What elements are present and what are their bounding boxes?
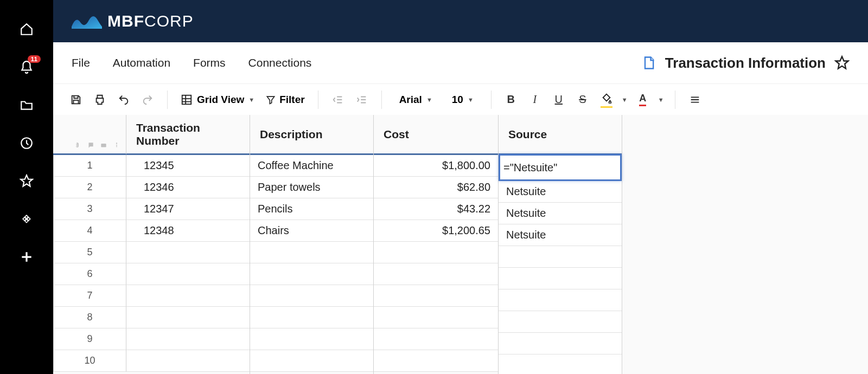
column-header[interactable]: Source bbox=[499, 115, 622, 155]
favorites-icon[interactable] bbox=[19, 173, 34, 189]
column-cost: Cost $1,800.00$62.80$43.22$1,200.65 bbox=[374, 115, 499, 374]
column-transaction-number: Transaction Number 12345123461234712348 bbox=[126, 115, 250, 374]
row-number[interactable]: 6 bbox=[53, 263, 126, 285]
recents-icon[interactable] bbox=[19, 136, 34, 151]
cell[interactable] bbox=[374, 350, 498, 372]
cell[interactable]: Chairs bbox=[250, 220, 373, 242]
cell[interactable] bbox=[126, 307, 250, 328]
menu-forms[interactable]: Forms bbox=[193, 56, 226, 69]
chevron-down-icon[interactable]: ▼ bbox=[620, 96, 630, 103]
chevron-down-icon[interactable]: ▼ bbox=[656, 96, 666, 103]
row-number[interactable]: 1 bbox=[53, 155, 126, 177]
redo-icon[interactable] bbox=[137, 89, 158, 111]
column-header[interactable]: Cost bbox=[374, 115, 498, 155]
fill-color-icon[interactable] bbox=[596, 89, 617, 111]
comment-icon[interactable] bbox=[87, 141, 94, 149]
cell[interactable] bbox=[250, 350, 373, 372]
filter-icon bbox=[265, 94, 276, 105]
italic-icon[interactable]: I bbox=[524, 89, 546, 111]
cell[interactable] bbox=[374, 242, 498, 263]
print-icon[interactable] bbox=[89, 89, 111, 111]
cell[interactable] bbox=[250, 307, 373, 328]
favorite-star-icon[interactable] bbox=[834, 55, 850, 70]
filter-button[interactable]: Filter bbox=[261, 94, 309, 106]
outdent-icon[interactable] bbox=[327, 89, 349, 111]
sheet-title[interactable]: Transaction Information bbox=[665, 55, 826, 72]
menu-connections[interactable]: Connections bbox=[248, 56, 312, 69]
more-icon[interactable] bbox=[684, 89, 706, 111]
folder-icon[interactable] bbox=[19, 98, 34, 113]
cell[interactable] bbox=[250, 263, 373, 285]
cell[interactable] bbox=[250, 285, 373, 307]
grid-icon bbox=[181, 94, 193, 106]
cell[interactable]: $43.22 bbox=[374, 198, 498, 220]
row-number[interactable]: 2 bbox=[53, 177, 126, 198]
cell[interactable]: 12345 bbox=[126, 155, 250, 177]
menu-file[interactable]: File bbox=[72, 56, 90, 69]
notification-badge: 11 bbox=[28, 55, 41, 63]
cell[interactable] bbox=[499, 354, 622, 374]
font-size-selector[interactable]: 10 ▼ bbox=[443, 94, 482, 106]
cell[interactable] bbox=[374, 285, 498, 307]
left-rail: 11 bbox=[0, 0, 53, 374]
font-family-selector[interactable]: Arial ▼ bbox=[391, 94, 441, 106]
column-header[interactable]: Description bbox=[250, 115, 373, 155]
filter-label: Filter bbox=[279, 94, 304, 106]
svg-rect-1 bbox=[182, 95, 192, 104]
cell[interactable] bbox=[126, 328, 250, 350]
cell[interactable] bbox=[250, 242, 373, 263]
cell[interactable]: Coffee Machine bbox=[250, 155, 373, 177]
row-number[interactable]: 10 bbox=[53, 350, 126, 372]
cell[interactable] bbox=[126, 350, 250, 372]
row-number[interactable]: 7 bbox=[53, 285, 126, 307]
strikethrough-icon[interactable]: S bbox=[572, 89, 593, 111]
cell[interactable] bbox=[374, 307, 498, 328]
home-icon[interactable] bbox=[19, 22, 34, 37]
cell[interactable]: Paper towels bbox=[250, 177, 373, 198]
brand-name: MBFCORP bbox=[107, 12, 194, 30]
cell[interactable]: 12346 bbox=[126, 177, 250, 198]
cell[interactable] bbox=[499, 246, 622, 268]
add-icon[interactable] bbox=[19, 249, 34, 265]
underline-icon[interactable]: U bbox=[548, 89, 570, 111]
row-number[interactable]: 3 bbox=[53, 198, 126, 220]
notifications-icon[interactable]: 11 bbox=[19, 60, 34, 75]
cell[interactable]: $1,800.00 bbox=[374, 155, 498, 177]
cell[interactable]: Netsuite bbox=[499, 203, 622, 224]
cell[interactable] bbox=[499, 333, 622, 354]
cell[interactable]: 12347 bbox=[126, 198, 250, 220]
menu-automation[interactable]: Automation bbox=[113, 56, 170, 69]
cell[interactable]: Netsuite bbox=[499, 181, 622, 203]
cell[interactable] bbox=[126, 263, 250, 285]
row-number[interactable]: 5 bbox=[53, 242, 126, 263]
save-icon[interactable] bbox=[65, 89, 87, 111]
cell[interactable] bbox=[374, 263, 498, 285]
cell[interactable]: ="Netsuite" bbox=[499, 154, 622, 181]
bold-icon[interactable]: B bbox=[500, 89, 522, 111]
cell[interactable] bbox=[126, 242, 250, 263]
row-number[interactable]: 8 bbox=[53, 307, 126, 328]
view-selector[interactable]: Grid View ▼ bbox=[176, 94, 259, 106]
undo-icon[interactable] bbox=[113, 89, 135, 111]
attachment-icon[interactable] bbox=[74, 141, 81, 149]
cell[interactable]: Pencils bbox=[250, 198, 373, 220]
row-number[interactable]: 4 bbox=[53, 220, 126, 242]
cell[interactable] bbox=[250, 328, 373, 350]
cell[interactable]: 12348 bbox=[126, 220, 250, 242]
cell[interactable] bbox=[126, 285, 250, 307]
text-color-icon[interactable]: A bbox=[632, 89, 654, 111]
cell[interactable]: $1,200.65 bbox=[374, 220, 498, 242]
cell[interactable] bbox=[374, 328, 498, 350]
cell[interactable]: $62.80 bbox=[374, 177, 498, 198]
indent-icon[interactable] bbox=[351, 89, 373, 111]
cell[interactable]: Netsuite bbox=[499, 224, 622, 246]
menu-bar: File Automation Forms Connections Transa… bbox=[53, 42, 868, 83]
proof-icon[interactable] bbox=[100, 141, 107, 149]
workapps-icon[interactable] bbox=[19, 211, 34, 227]
cell[interactable] bbox=[499, 311, 622, 333]
column-header[interactable]: Transaction Number bbox=[126, 115, 250, 155]
row-number[interactable]: 9 bbox=[53, 328, 126, 350]
cell[interactable] bbox=[499, 289, 622, 311]
cell[interactable] bbox=[499, 268, 622, 289]
info-icon[interactable] bbox=[113, 141, 120, 149]
